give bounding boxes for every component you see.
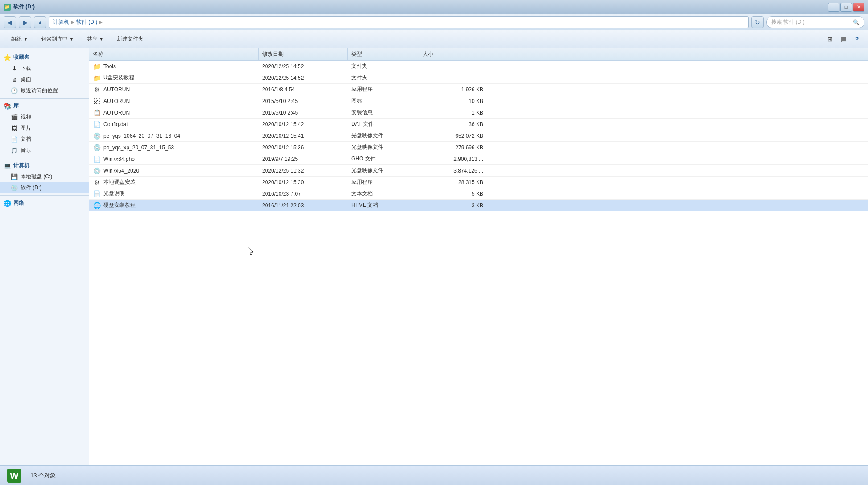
search-icon[interactable]: 🔍 <box>853 19 860 25</box>
file-cell-date: 2020/10/12 15:36 <box>259 142 348 153</box>
file-cell-date: 2019/9/7 19:25 <box>259 153 348 164</box>
file-name-text: pe_yqs_1064_20_07_31_16_04 <box>103 133 180 139</box>
file-cell-type: 光盘映像文件 <box>348 142 419 153</box>
sidebar-item-music[interactable]: 🎵 音乐 <box>0 145 89 156</box>
breadcrumb-sep1: ▶ <box>71 20 74 25</box>
file-type-icon: 💿 <box>93 144 101 152</box>
col-header-size[interactable]: 大小 <box>419 48 490 60</box>
refresh-button[interactable]: ↻ <box>751 16 764 28</box>
favorites-label: 收藏夹 <box>13 53 29 61</box>
table-row[interactable]: 💿 Win7x64_2020 2020/12/25 11:32 光盘映像文件 3… <box>89 165 868 177</box>
include-library-button[interactable]: 包含到库中 ▼ <box>35 33 79 46</box>
file-cell-size: 5 KB <box>419 188 490 199</box>
sidebar-item-recent[interactable]: 🕐 最近访问的位置 <box>0 85 89 96</box>
sidebar: ⭐ 收藏夹 ⬇ 下载 🖥 桌面 🕐 最近访问的位置 📚 库 <box>0 48 89 465</box>
recent-label: 最近访问的位置 <box>21 87 58 95</box>
music-label: 音乐 <box>21 147 31 154</box>
include-label: 包含到库中 <box>41 35 68 43</box>
file-cell-name: ⚙ AUTORUN <box>89 84 259 95</box>
file-type-icon: 📁 <box>93 74 101 82</box>
file-name-text: 本地硬盘安装 <box>103 178 136 186</box>
sidebar-library-section: 📚 库 🎬 视频 🖼 图片 📄 文档 🎵 音乐 <box>0 100 89 156</box>
file-name-text: Win7x64_2020 <box>103 168 139 174</box>
sidebar-computer-header[interactable]: 💻 计算机 <box>0 160 89 171</box>
file-cell-size: 3,874,126 ... <box>419 165 490 176</box>
sidebar-item-pictures[interactable]: 🖼 图片 <box>0 123 89 134</box>
table-row[interactable]: 💿 pe_yqs_xp_20_07_31_15_53 2020/10/12 15… <box>89 142 868 153</box>
col-header-name[interactable]: 名称 <box>89 48 259 60</box>
file-cell-date: 2020/12/25 14:52 <box>259 61 348 72</box>
close-button[interactable]: ✕ <box>853 3 864 12</box>
file-cell-name: 🖼 AUTORUN <box>89 95 259 107</box>
file-cell-name: 💿 pe_yqs_xp_20_07_31_15_53 <box>89 142 259 153</box>
file-cell-date: 2020/10/12 15:42 <box>259 119 348 130</box>
organize-dropdown-icon: ▼ <box>24 37 28 41</box>
table-row[interactable]: ⚙ 本地硬盘安装 2020/10/12 15:30 应用程序 28,315 KB <box>89 177 868 188</box>
maximize-button[interactable]: □ <box>840 3 852 12</box>
up-button[interactable]: ▲ <box>34 16 46 28</box>
help-button[interactable]: ? <box>851 33 863 45</box>
organize-button[interactable]: 组织 ▼ <box>5 33 33 46</box>
breadcrumb-computer[interactable]: 计算机 <box>53 18 69 26</box>
file-type-icon: 💿 <box>93 132 101 140</box>
pictures-label: 图片 <box>21 124 31 132</box>
favorites-icon: ⭐ <box>4 54 11 61</box>
file-name-text: Tools <box>103 63 116 70</box>
file-name-text: U盘安装教程 <box>103 74 134 82</box>
drive-d-icon: 💿 <box>11 185 18 192</box>
col-header-date[interactable]: 修改日期 <box>259 48 348 60</box>
breadcrumb[interactable]: 计算机 ▶ 软件 (D:) ▶ <box>49 16 749 28</box>
table-row[interactable]: 🌐 硬盘安装教程 2016/11/21 22:03 HTML 文档 3 KB <box>89 200 868 211</box>
table-row[interactable]: 📋 AUTORUN 2015/5/10 2:45 安装信息 1 KB <box>89 107 868 119</box>
titlebar-left: 📁 软件 (D:) <box>4 3 35 11</box>
table-row[interactable]: 📄 光盘说明 2016/10/23 7:07 文本文档 5 KB <box>89 188 868 200</box>
file-name-text: 硬盘安装教程 <box>103 201 136 209</box>
file-cell-size <box>419 61 490 72</box>
file-cell-size <box>419 72 490 83</box>
library-label: 库 <box>13 102 19 110</box>
file-cell-size: 2,900,813 ... <box>419 153 490 164</box>
file-name-text: AUTORUN <box>103 86 130 93</box>
downloads-icon: ⬇ <box>11 65 18 72</box>
sidebar-item-drive-c[interactable]: 💾 本地磁盘 (C:) <box>0 171 89 182</box>
table-row[interactable]: 💿 pe_yqs_1064_20_07_31_16_04 2020/10/12 … <box>89 130 868 142</box>
recent-icon: 🕐 <box>11 87 18 95</box>
desktop-icon: 🖥 <box>11 76 18 83</box>
table-row[interactable]: 📁 Tools 2020/12/25 14:52 文件夹 <box>89 61 868 72</box>
new-folder-button[interactable]: 新建文件夹 <box>111 33 149 46</box>
sidebar-item-desktop[interactable]: 🖥 桌面 <box>0 74 89 85</box>
view-toggle-button[interactable]: ▤ <box>838 33 849 45</box>
titlebar-title: 软件 (D:) <box>13 3 35 11</box>
file-type-icon: 💿 <box>93 167 101 175</box>
file-cell-name: 📄 光盘说明 <box>89 188 259 199</box>
sidebar-divider-1 <box>0 98 89 99</box>
table-row[interactable]: 📄 Win7x64.gho 2019/9/7 19:25 GHO 文件 2,90… <box>89 153 868 165</box>
col-header-type[interactable]: 类型 <box>348 48 419 60</box>
view-options-button[interactable]: ⊞ <box>824 33 836 45</box>
sidebar-favorites-header[interactable]: ⭐ 收藏夹 <box>0 52 89 63</box>
sidebar-item-documents[interactable]: 📄 文档 <box>0 134 89 145</box>
table-row[interactable]: 📄 Config.dat 2020/10/12 15:42 DAT 文件 36 … <box>89 119 868 130</box>
computer-label: 计算机 <box>13 162 29 169</box>
video-icon: 🎬 <box>11 114 18 121</box>
breadcrumb-drive[interactable]: 软件 (D:) <box>76 18 97 26</box>
sidebar-item-video[interactable]: 🎬 视频 <box>0 111 89 123</box>
search-bar[interactable]: 搜索 软件 (D:) 🔍 <box>766 16 864 28</box>
sidebar-library-header[interactable]: 📚 库 <box>0 100 89 111</box>
sidebar-network-header[interactable]: 🌐 网络 <box>0 197 89 209</box>
table-row[interactable]: ⚙ AUTORUN 2016/1/8 4:54 应用程序 1,926 KB <box>89 84 868 95</box>
file-cell-type: 文本文档 <box>348 188 419 199</box>
share-button[interactable]: 共享 ▼ <box>81 33 109 46</box>
desktop-label: 桌面 <box>21 76 31 83</box>
table-row[interactable]: 🖼 AUTORUN 2015/5/10 2:45 图标 10 KB <box>89 95 868 107</box>
table-row[interactable]: 📁 U盘安装教程 2020/12/25 14:52 文件夹 <box>89 72 868 84</box>
file-cell-size: 3 KB <box>419 200 490 211</box>
file-rows-container: 📁 Tools 2020/12/25 14:52 文件夹 📁 U盘安装教程 20… <box>89 61 868 211</box>
file-cell-type: HTML 文档 <box>348 200 419 211</box>
forward-button[interactable]: ▶ <box>19 16 31 28</box>
sidebar-item-downloads[interactable]: ⬇ 下载 <box>0 63 89 74</box>
sidebar-item-drive-d[interactable]: 💿 软件 (D:) <box>0 182 89 193</box>
network-icon: 🌐 <box>4 200 11 207</box>
back-button[interactable]: ◀ <box>4 16 16 28</box>
minimize-button[interactable]: — <box>828 3 839 12</box>
